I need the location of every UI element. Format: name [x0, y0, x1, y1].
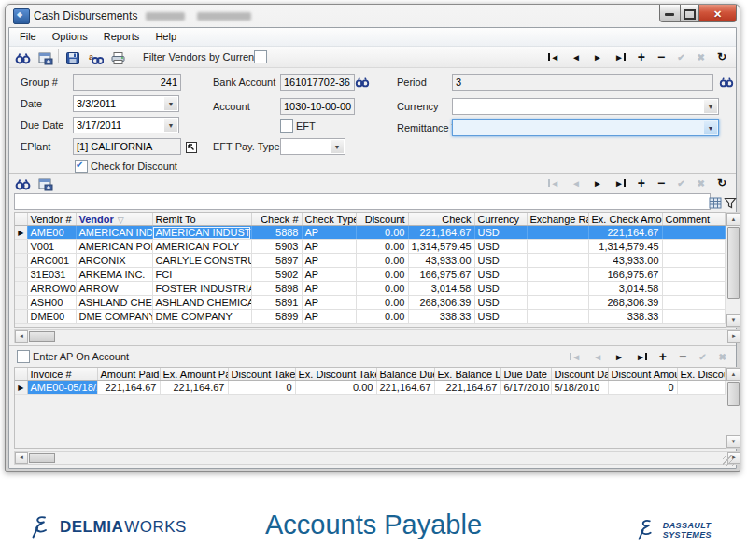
cell[interactable]: ARROW00: [27, 282, 76, 296]
check-for-discount-checkbox[interactable]: [75, 160, 88, 173]
cell[interactable]: USD: [474, 240, 527, 254]
menu-file[interactable]: File: [13, 28, 43, 42]
cell[interactable]: AP: [302, 296, 356, 310]
title-bar[interactable]: Cash Disbursements ✕: [6, 5, 740, 27]
menu-options[interactable]: Options: [46, 28, 94, 42]
column-header[interactable]: Ex. Balance Due: [434, 368, 500, 381]
cell[interactable]: 1,314,579.45: [588, 240, 662, 254]
column-header[interactable]: Due Date: [500, 368, 551, 381]
nav-first-button[interactable]: ◄: [548, 52, 559, 63]
maximize-button[interactable]: [680, 5, 699, 22]
cell[interactable]: 5899: [251, 310, 302, 324]
column-header[interactable]: Discount: [356, 213, 408, 226]
cell[interactable]: 5903: [251, 240, 302, 254]
cell[interactable]: AP: [302, 240, 356, 254]
chevron-down-icon[interactable]: ▼: [164, 97, 177, 110]
new-record-icon[interactable]: [37, 49, 53, 63]
column-header[interactable]: Remit To: [152, 213, 251, 226]
cell[interactable]: ASHLAND CHEMIC: [76, 296, 152, 310]
cell[interactable]: 5888: [251, 226, 302, 240]
nav-prev-button[interactable]: ◄: [571, 178, 581, 189]
scroll-down-icon[interactable]: ▼: [726, 435, 740, 448]
table-row[interactable]: DME00DME COMPANYDME COMPANY5899AP0.00338…: [15, 310, 725, 324]
remittance-type-combo[interactable]: ▼: [452, 119, 719, 136]
resize-grip[interactable]: [723, 455, 734, 466]
cell[interactable]: AP: [302, 268, 356, 282]
nav-post-button[interactable]: ✔: [677, 178, 684, 189]
cell[interactable]: 268,306.39: [408, 296, 474, 310]
cell[interactable]: DME COMPANY: [152, 310, 251, 324]
column-header[interactable]: Balance Due: [376, 368, 434, 381]
cell[interactable]: 221,164.67: [160, 381, 228, 395]
cell[interactable]: 221,164.67: [434, 381, 500, 395]
scroll-thumb[interactable]: [727, 227, 740, 299]
cell[interactable]: USD: [474, 268, 527, 282]
filter-funnel-icon[interactable]: [724, 194, 740, 208]
close-button[interactable]: ✕: [698, 5, 737, 22]
cell[interactable]: CARLYLE CONSTRUCTI: [152, 254, 251, 268]
chevron-down-icon[interactable]: ▼: [331, 140, 344, 153]
cell[interactable]: FCI: [152, 268, 251, 282]
cell[interactable]: 1,314,579.45: [408, 240, 474, 254]
cell[interactable]: 3,014.58: [588, 282, 662, 296]
cell[interactable]: [527, 268, 588, 282]
vendor-hscrollbar[interactable]: ◄ ►: [14, 329, 741, 343]
cell[interactable]: FOSTER INDUSTRIAL S: [152, 282, 251, 296]
cell[interactable]: [527, 254, 588, 268]
menu-reports[interactable]: Reports: [97, 28, 147, 42]
column-header[interactable]: Ex. Discount Am: [677, 368, 725, 381]
column-header[interactable]: Discount Date: [551, 368, 608, 381]
cell[interactable]: 31E031: [27, 268, 76, 282]
cell[interactable]: DME00: [27, 310, 76, 324]
minimize-button[interactable]: [659, 5, 681, 22]
column-header[interactable]: Check Type: [302, 213, 356, 226]
cell[interactable]: ARROW: [76, 282, 152, 296]
save-icon[interactable]: [65, 49, 81, 63]
scroll-left-icon[interactable]: ◄: [15, 330, 28, 343]
cell[interactable]: AME00-05/18/10: [27, 381, 97, 395]
column-header[interactable]: Exchange Rate: [527, 213, 588, 226]
cell[interactable]: 0.00: [356, 296, 408, 310]
table-row[interactable]: ▶AME00AMERICAN INDUSAMERICAN INDUSTRIAL5…: [15, 226, 725, 240]
nav-cancel-button[interactable]: ✖: [719, 352, 726, 362]
cell[interactable]: 0.00: [356, 268, 408, 282]
cell[interactable]: 268,306.39: [588, 296, 662, 310]
cell[interactable]: USD: [474, 254, 527, 268]
cell[interactable]: 221,164.67: [588, 226, 662, 240]
cell[interactable]: 0: [228, 381, 295, 395]
cell[interactable]: [662, 254, 725, 268]
find-icon[interactable]: [15, 175, 31, 189]
table-row[interactable]: ▶AME00-05/18/10221,164.67221,164.6700.00…: [15, 381, 725, 395]
account-field[interactable]: 1030-10-00-00: [280, 98, 355, 115]
cell[interactable]: 0.00: [295, 381, 376, 395]
cell[interactable]: 0.00: [356, 226, 408, 240]
new-record-icon[interactable]: [37, 175, 53, 189]
cell[interactable]: 221,164.67: [97, 381, 160, 395]
nav-prev-button[interactable]: ◄: [593, 352, 602, 362]
nav-first-button[interactable]: ◄: [570, 352, 581, 362]
nav-first-button[interactable]: ◄: [548, 178, 559, 189]
column-header[interactable]: Check #: [251, 213, 302, 226]
column-header[interactable]: Discount Taken: [228, 368, 295, 381]
cell[interactable]: [527, 282, 588, 296]
cell[interactable]: USD: [474, 296, 527, 310]
currency-combo[interactable]: ▼: [452, 98, 719, 115]
cell[interactable]: 5898: [251, 282, 302, 296]
enter-ap-on-account-checkbox[interactable]: [17, 350, 30, 363]
period-field[interactable]: 3: [452, 74, 713, 91]
cell[interactable]: [527, 240, 588, 254]
column-header[interactable]: Invoice #: [27, 368, 97, 381]
nav-post-button[interactable]: ✔: [698, 352, 706, 362]
nav-cancel-button[interactable]: ✖: [698, 52, 705, 63]
cell[interactable]: [662, 282, 725, 296]
nav-prev-button[interactable]: ◄: [571, 52, 581, 63]
cell[interactable]: 166,975.67: [588, 268, 662, 282]
scroll-up-icon[interactable]: ▲: [726, 213, 740, 226]
scroll-down-icon[interactable]: ▼: [726, 314, 740, 327]
period-search-icon[interactable]: [719, 73, 735, 87]
column-header[interactable]: Check: [408, 213, 474, 226]
nav-insert-button[interactable]: +: [659, 349, 667, 364]
cell[interactable]: 6/17/2010: [500, 381, 551, 395]
cell[interactable]: [662, 268, 725, 282]
eplant-field[interactable]: [1] CALIFORNIA: [73, 138, 181, 155]
